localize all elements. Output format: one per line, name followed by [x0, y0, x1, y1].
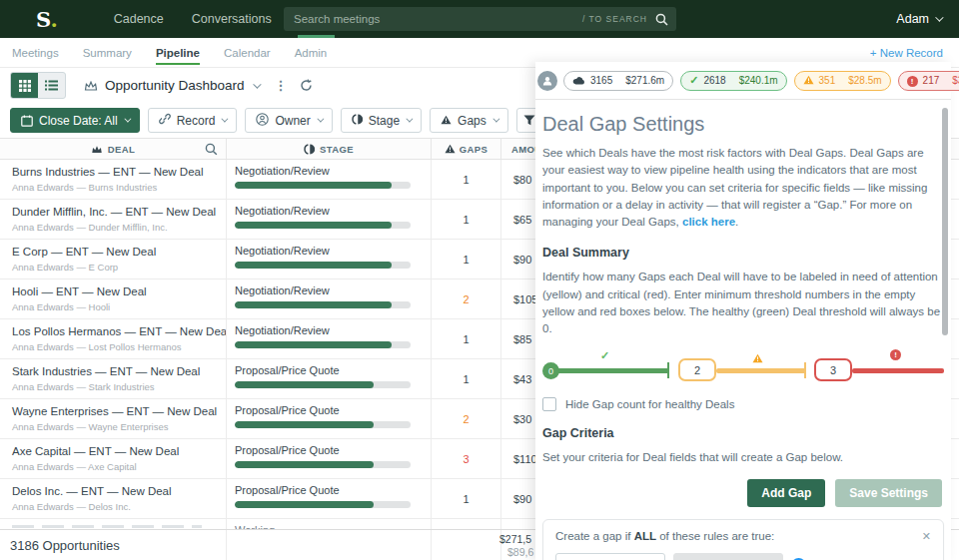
gap-count: 2 [432, 280, 501, 318]
search-box[interactable]: / TO SEARCH [284, 7, 676, 31]
column-header-stage[interactable]: STAGE [227, 139, 432, 159]
gap-rule-title: Create a gap if ALL of these rules are t… [555, 530, 774, 542]
gap-threshold-slider: 0 ✓ ! [542, 353, 944, 387]
check-icon: ✓ [689, 74, 698, 87]
red-threshold-input[interactable] [814, 358, 852, 381]
stage-filter-button[interactable]: Stage [341, 108, 422, 133]
search-icon[interactable] [655, 13, 668, 26]
stage-progress-bar [235, 501, 411, 508]
owner-filter-button[interactable]: Owner [245, 108, 332, 133]
column-search-icon[interactable] [205, 143, 218, 156]
badge-pills: 3165 $271.6m ✓ 2618 $240.1m 351 $28.5m !… [563, 71, 959, 91]
more-options-icon[interactable]: ⋮ [275, 78, 288, 93]
save-settings-button[interactable]: Save Settings [835, 479, 942, 507]
panel-intro: See which Deals have the most risk facto… [542, 145, 944, 231]
stage-name: Proposal/Price Quote [235, 484, 411, 496]
close-icon[interactable]: ✕ [922, 530, 931, 543]
attention-warning-icon [752, 349, 763, 367]
calendar-icon [21, 115, 33, 127]
deal-name: Los Pollos Hermanos — ENT — New Deal [12, 325, 218, 337]
badge-count: 351 [819, 75, 836, 86]
gap-rule-cards: Create a gap if ALL of these rules are t… [542, 519, 942, 560]
panel-content: Deal Gap Settings See which Deals have t… [535, 100, 951, 560]
field-select[interactable]: No Field Selected [555, 553, 665, 560]
stage-progress-bar [235, 461, 411, 468]
deal-name: E Corp — ENT — New Deal [12, 246, 218, 258]
view-selector-label[interactable]: Opportunity Dashboard [105, 78, 245, 93]
top-nav-item-conversations[interactable]: Conversations [178, 0, 286, 38]
view-toggle [10, 72, 66, 99]
add-gap-button[interactable]: Add Gap [747, 479, 825, 507]
user-name: Adam [896, 12, 929, 26]
stage-progress-bar [235, 421, 411, 428]
deal-owner: Anna Edwards — Stark Industries [12, 381, 218, 392]
deal-name: Hooli — ENT — New Deal [12, 285, 218, 297]
gap-count: 3 [432, 439, 501, 478]
list-view-button[interactable] [38, 73, 65, 98]
team-avatar-icon[interactable] [537, 71, 557, 91]
column-header-gaps[interactable]: GAPS [432, 139, 501, 159]
badge-all[interactable]: 3165 $271.6m [563, 71, 673, 91]
close-date-filter-button[interactable]: Close Date: All [10, 108, 140, 133]
sub-tabs: MeetingsSummaryPipelineCalendarAdmin [0, 38, 339, 68]
panel-scrollbar[interactable] [942, 108, 948, 335]
crown-icon [91, 145, 103, 154]
search-input[interactable] [294, 13, 582, 25]
stage-name: Proposal/Price Quote [235, 444, 411, 456]
badge-amount: $28.5m [848, 75, 881, 86]
tab-summary[interactable]: Summary [71, 38, 144, 68]
badge-healthy[interactable]: ✓ 2618 $240.1m [680, 71, 786, 91]
app-root: S. CadenceConversationsDeals / TO SEARCH… [0, 0, 959, 560]
chevron-down-icon [317, 116, 324, 123]
badge-attention[interactable]: 351 $28.5m [794, 71, 891, 91]
tab-pipeline[interactable]: Pipeline [144, 38, 212, 68]
record-filter-button[interactable]: Record [148, 108, 238, 133]
view-selector-chevron[interactable] [253, 83, 259, 89]
deal-summary-text: Identify how many Gaps each Deal will ha… [542, 269, 944, 337]
refresh-icon[interactable] [300, 79, 313, 92]
user-menu[interactable]: Adam [896, 0, 941, 38]
chevron-down-icon [222, 116, 229, 123]
badge-count: 3165 [590, 75, 612, 86]
gap-count: 1 [432, 160, 501, 199]
healthy-track [550, 368, 669, 373]
deal-owner: Anna Edwards — Hooli [12, 301, 218, 312]
new-record-button[interactable]: + New Record [870, 47, 943, 59]
gap-criteria-heading: Gap Criteria [542, 426, 942, 440]
gap-criteria-text: Set your criteria for Deal fields that w… [542, 449, 944, 466]
tab-admin[interactable]: Admin [283, 38, 340, 68]
top-nav-item-cadence[interactable]: Cadence [100, 0, 178, 38]
deal-owner: Anna Edwards — Burns Industries [12, 182, 218, 193]
brand-logo[interactable]: S. [36, 7, 58, 32]
top-nav: S. CadenceConversationsDeals / TO SEARCH… [0, 0, 959, 38]
gap-count: 1 [432, 359, 501, 398]
stage-name: Negotiation/Review [235, 245, 411, 257]
badge-amount: $271.6m [625, 75, 664, 86]
badge-amount: $240.1m [739, 75, 778, 86]
gap-count: 1 [432, 479, 501, 518]
click-here-link[interactable]: click here [682, 216, 735, 228]
grid-view-button[interactable] [11, 73, 38, 98]
column-header-deal[interactable]: DEAL [0, 139, 227, 159]
stage-name: Proposal/Price Quote [235, 364, 411, 376]
hide-gap-count-checkbox[interactable] [542, 397, 556, 411]
hide-gap-count-label: Hide Gap count for healthy Deals [565, 398, 734, 410]
stage-name: Negotiation/Review [235, 324, 411, 336]
chevron-down-icon [935, 13, 943, 21]
tab-meetings[interactable]: Meetings [0, 38, 71, 68]
gaps-filter-button[interactable]: Gaps [430, 108, 508, 133]
badge-critical[interactable]: ! 217 $3m [898, 71, 959, 91]
stage-name: Proposal/Price Quote [235, 404, 411, 416]
deal-summary-badge-bar: 3165 $271.6m ✓ 2618 $240.1m 351 $28.5m !… [535, 62, 951, 100]
gap-count: 1 [432, 200, 501, 239]
search-shortcut-hint: / TO SEARCH [582, 14, 647, 24]
green-threshold-value: 0 [542, 362, 559, 379]
tab-calendar[interactable]: Calendar [212, 38, 283, 68]
deal-summary-heading: Deal Summary [542, 246, 942, 260]
stage-icon [352, 114, 363, 128]
chevron-down-icon [492, 116, 499, 123]
deal-gap-settings-panel: 3165 $271.6m ✓ 2618 $240.1m 351 $28.5m !… [535, 62, 951, 560]
error-icon: ! [907, 76, 918, 87]
rule-select[interactable]: No Rule Selected [673, 553, 783, 560]
yellow-threshold-input[interactable] [678, 358, 716, 381]
